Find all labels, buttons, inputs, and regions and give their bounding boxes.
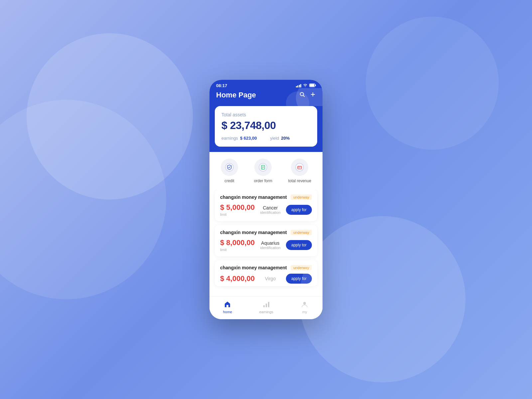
apply-button-1[interactable]: apply for: [286, 205, 312, 215]
money-card-3-amount: $ 4,000,00: [220, 274, 255, 283]
money-card-1-body: $ 5,000,00 limit Cancer identification a…: [220, 203, 312, 216]
nav-item-home[interactable]: home: [223, 300, 232, 314]
money-card-1-id-name: Cancer: [263, 205, 278, 210]
money-card-2-title: changxin money management: [220, 230, 287, 235]
svg-rect-17: [226, 305, 228, 307]
battery-icon: [309, 83, 316, 88]
nav-item-earnings[interactable]: earnings: [259, 300, 273, 314]
form-icon: [259, 163, 267, 172]
earnings-item: earnings $ 623,00: [221, 136, 257, 141]
add-icon[interactable]: [310, 91, 316, 99]
assets-label: Total assets: [221, 112, 311, 117]
money-card-1-header: changxin money management underway: [220, 195, 312, 200]
money-card-1-id-label: identification: [260, 210, 280, 214]
money-card-1-amount: $ 5,000,00: [220, 203, 255, 212]
apply-button-2[interactable]: apply tor: [286, 240, 312, 250]
svg-rect-1: [315, 84, 316, 86]
money-card-2-id-label: identification: [260, 246, 280, 250]
money-card-2-body: $ 8,000,00 limit Aquarius identification…: [220, 238, 312, 252]
earnings-icon: [262, 300, 271, 309]
money-card-2: changxin money management underway $ 8,0…: [215, 225, 317, 256]
home-icon: [223, 300, 232, 309]
svg-rect-2: [310, 84, 315, 87]
credit-label: credit: [224, 179, 234, 183]
search-icon[interactable]: [299, 91, 305, 99]
earnings-value: $ 623,00: [240, 136, 257, 141]
wifi-icon: [303, 83, 308, 88]
money-card-3-title: changxin money management: [220, 265, 287, 270]
page-title: Home Page: [216, 91, 256, 99]
svg-rect-20: [268, 302, 269, 307]
money-card-2-header: changxin money management underway: [220, 230, 312, 235]
status-bar: 08:17: [209, 80, 323, 88]
yield-value: 20%: [281, 136, 290, 141]
money-card-1-limit: limit: [220, 212, 255, 216]
money-card-1: changxin money management underway $ 5,0…: [215, 190, 317, 221]
revenue-icon: [295, 163, 304, 172]
quick-actions: credit order form: [209, 152, 323, 190]
yield-label: yield: [270, 136, 279, 141]
assets-card: Total assets $ 23,748,00 earnings $ 623,…: [215, 106, 317, 147]
yield-item: yield 20%: [270, 136, 290, 141]
svg-line-4: [303, 95, 305, 97]
svg-point-3: [300, 92, 304, 96]
assets-section: Total assets $ 23,748,00 earnings $ 623,…: [209, 106, 323, 152]
status-time: 08:17: [216, 83, 227, 88]
status-icons: [296, 83, 316, 88]
money-card-1-status: underway: [291, 195, 312, 200]
svg-rect-19: [266, 304, 267, 307]
shield-icon: [225, 163, 234, 172]
nav-label-earnings: earnings: [259, 310, 273, 314]
money-card-2-status: underway: [291, 230, 312, 235]
quick-action-credit[interactable]: credit: [221, 159, 238, 183]
total-revenue-icon-wrap: [291, 159, 308, 176]
order-form-label: order form: [254, 179, 272, 183]
money-card-3-header: changxin money management underway: [220, 265, 312, 270]
signal-icon: [296, 84, 302, 87]
money-card-1-title: changxin money management: [220, 195, 287, 200]
page-header: Home Page: [209, 88, 323, 106]
money-card-2-id-name: Aquarius: [261, 240, 279, 246]
assets-footer: earnings $ 623,00 yield 20%: [221, 136, 311, 141]
money-card-3-body: $ 4,000,00 Virgo apply for: [220, 274, 312, 284]
money-card-2-limit: limit: [220, 248, 255, 252]
header-actions: [299, 91, 316, 99]
bg-decoration-4: [366, 17, 499, 150]
total-revenue-label: total revenue: [288, 179, 311, 183]
quick-action-order-form[interactable]: order form: [254, 159, 272, 183]
bg-decoration-3: [299, 216, 466, 382]
earnings-label: earnings: [221, 136, 238, 141]
nav-label-home: home: [223, 310, 232, 314]
quick-action-total-revenue[interactable]: total revenue: [288, 159, 311, 183]
money-card-3-id-name: Virgo: [265, 276, 276, 281]
assets-amount: $ 23,748,00: [221, 119, 311, 132]
credit-icon-wrap: [221, 159, 238, 176]
order-form-icon-wrap: [254, 159, 272, 176]
money-card-2-amount: $ 8,000,00: [220, 238, 255, 247]
svg-rect-18: [263, 305, 265, 307]
